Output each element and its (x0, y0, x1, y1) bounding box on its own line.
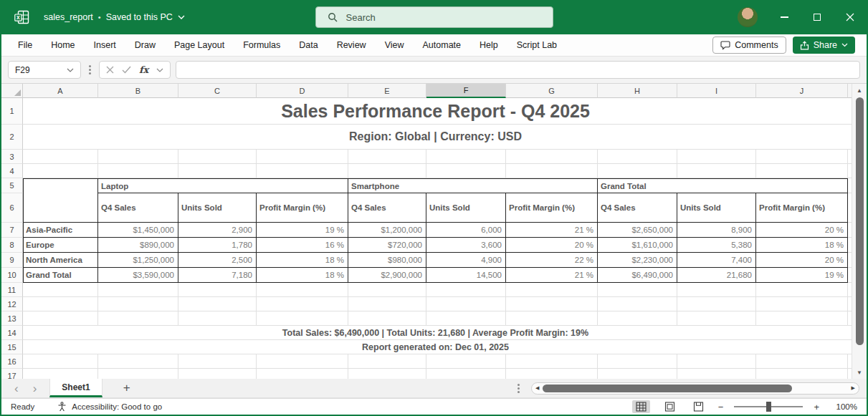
table-subheader[interactable]: Units Sold (677, 193, 756, 223)
column-header-e[interactable]: E (348, 84, 426, 98)
comments-button[interactable]: Comments (712, 37, 786, 54)
table-subheader[interactable]: Q4 Sales (598, 193, 677, 223)
empty-cell[interactable] (98, 297, 178, 311)
empty-cell[interactable] (598, 311, 677, 326)
table-cell[interactable]: 2,500 (178, 253, 257, 268)
column-header-f[interactable]: F (426, 84, 506, 98)
empty-cell[interactable] (506, 297, 598, 311)
row-header-11[interactable]: 11 (1, 283, 23, 297)
empty-cell[interactable] (756, 283, 848, 297)
normal-view-button[interactable] (632, 400, 650, 413)
empty-cell[interactable] (23, 311, 98, 326)
table-row-label[interactable]: North America (23, 253, 98, 268)
ribbon-tab-view[interactable]: View (376, 34, 414, 56)
excel-app-icon[interactable]: x (14, 10, 29, 24)
table-row-label[interactable]: Europe (23, 238, 98, 253)
sheet-nav-left-icon[interactable]: ‹ (7, 382, 26, 395)
column-header-g[interactable]: G (506, 84, 598, 98)
row-header-2[interactable]: 2 (1, 125, 23, 150)
empty-cell[interactable] (677, 369, 756, 379)
column-header-d[interactable]: D (257, 84, 348, 98)
scroll-down-icon[interactable]: ▼ (852, 366, 867, 379)
empty-cell[interactable] (677, 354, 756, 369)
enter-check-icon[interactable] (122, 66, 131, 74)
select-all-button[interactable] (1, 84, 23, 98)
table-row-label[interactable]: Grand Total (23, 268, 98, 283)
name-box[interactable]: F29 (8, 61, 81, 79)
empty-cell[interactable] (178, 297, 257, 311)
zoom-level[interactable]: 100% (830, 402, 857, 411)
chevron-down-icon[interactable] (156, 68, 163, 72)
column-header-a[interactable]: A (23, 84, 98, 98)
vertical-scrollbar[interactable]: ▲ ▼ (852, 84, 867, 379)
table-cell[interactable]: 21 % (506, 223, 598, 238)
horizontal-scroll-thumb[interactable] (543, 384, 792, 392)
minimize-button[interactable] (768, 0, 801, 34)
empty-cell[interactable] (677, 164, 756, 178)
empty-cell[interactable] (506, 283, 598, 297)
empty-cell[interactable] (598, 297, 677, 311)
empty-cell[interactable] (348, 150, 426, 164)
table-cell[interactable]: 20 % (756, 253, 848, 268)
ribbon-tab-formulas[interactable]: Formulas (234, 34, 290, 56)
ribbon-tab-page-layout[interactable]: Page Layout (165, 34, 234, 56)
empty-cell[interactable] (257, 150, 348, 164)
empty-cell[interactable] (98, 283, 178, 297)
table-cell[interactable]: 2,900 (178, 223, 257, 238)
accessibility-status[interactable]: Accessibility: Good to go (57, 402, 162, 412)
table-cell[interactable]: 8,900 (677, 223, 756, 238)
horizontal-scrollbar[interactable]: ◀ ▶ (531, 382, 859, 395)
ribbon-tab-data[interactable]: Data (290, 34, 327, 56)
table-cell[interactable]: 18 % (257, 253, 348, 268)
table-cell[interactable]: 20 % (756, 223, 848, 238)
zoom-out-button[interactable]: − (718, 402, 724, 412)
tabbar-splitter[interactable] (518, 387, 520, 390)
empty-cell[interactable] (98, 354, 178, 369)
row-header-13[interactable]: 13 (1, 311, 23, 326)
row-header-5[interactable]: 5 (1, 178, 23, 193)
table-cell[interactable]: $6,490,000 (598, 268, 677, 283)
table-cell[interactable]: $2,230,000 (598, 253, 677, 268)
empty-cell[interactable] (178, 369, 257, 379)
table-cell[interactable]: 1,780 (178, 238, 257, 253)
empty-cell[interactable] (677, 150, 756, 164)
table-group-header[interactable]: Smartphone (348, 178, 598, 193)
table-cell[interactable]: 6,000 (426, 223, 506, 238)
table-cell[interactable]: 18 % (257, 268, 348, 283)
row-header-17[interactable]: 17 (1, 369, 23, 379)
row-header-8[interactable]: 8 (1, 238, 23, 253)
table-subheader[interactable]: Profit Margin (%) (257, 193, 348, 223)
search-box[interactable]: Search (315, 6, 553, 28)
row-header-9[interactable]: 9 (1, 253, 23, 268)
empty-cell[interactable] (598, 283, 677, 297)
row-header-15[interactable]: 15 (1, 340, 23, 354)
empty-cell[interactable] (348, 297, 426, 311)
ribbon-tab-automate[interactable]: Automate (414, 34, 471, 56)
table-cell[interactable]: 18 % (756, 238, 848, 253)
table-group-header[interactable]: Laptop (98, 178, 348, 193)
table-cell[interactable]: 19 % (257, 223, 348, 238)
row-header-12[interactable]: 12 (1, 297, 23, 311)
column-header-i[interactable]: I (677, 84, 756, 98)
cancel-icon[interactable] (106, 66, 114, 74)
document-title[interactable]: sales_report • Saved to this PC (44, 12, 185, 22)
ribbon-tab-insert[interactable]: Insert (85, 34, 125, 56)
empty-cell[interactable] (98, 150, 178, 164)
empty-cell[interactable] (756, 164, 848, 178)
sheet-generated-note[interactable]: Report generated on: Dec 01, 2025 (23, 340, 848, 354)
table-cell[interactable]: $2,650,000 (598, 223, 677, 238)
table-cell[interactable]: 16 % (257, 238, 348, 253)
column-header-j[interactable]: J (756, 84, 848, 98)
empty-cell[interactable] (598, 150, 677, 164)
zoom-slider[interactable] (734, 406, 803, 407)
table-cell[interactable]: 20 % (506, 238, 598, 253)
table-group-header[interactable]: Grand Total (598, 178, 848, 193)
empty-cell[interactable] (23, 150, 98, 164)
empty-cell[interactable] (598, 369, 677, 379)
sheet-nav-right-icon[interactable]: › (26, 382, 44, 395)
empty-cell[interactable] (23, 369, 98, 379)
ribbon-tab-home[interactable]: Home (42, 34, 84, 56)
empty-cell[interactable] (348, 354, 426, 369)
empty-cell[interactable] (348, 283, 426, 297)
table-cell[interactable]: $3,590,000 (98, 268, 178, 283)
